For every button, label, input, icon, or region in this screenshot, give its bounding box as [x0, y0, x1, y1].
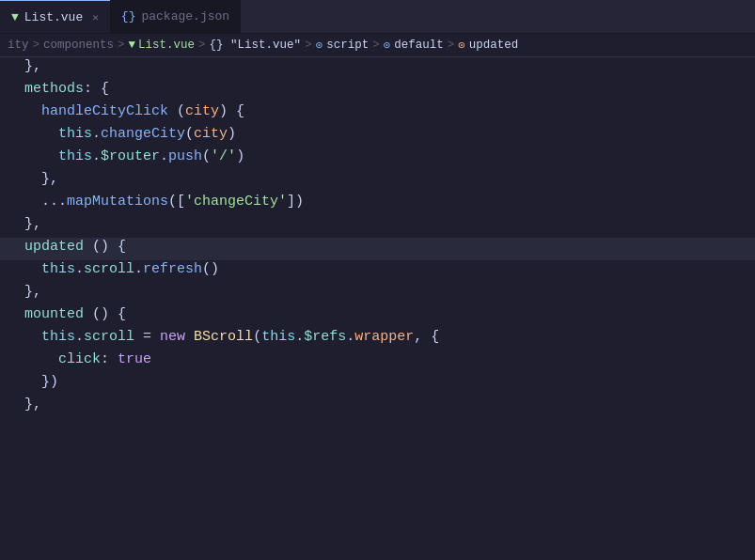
- code-line-1: },: [0, 57, 755, 80]
- tab-list-vue[interactable]: ▼ List.vue ✕: [0, 0, 110, 33]
- code-line-8: },: [0, 215, 755, 238]
- breadcrumb-list-vue: ▼ List.vue: [129, 39, 196, 52]
- breadcrumb-list-vue-string: {} "List.vue": [210, 39, 302, 52]
- breadcrumb: ity > components > ▼ List.vue > {} "List…: [0, 34, 755, 57]
- breadcrumb-updated-icon: ⊙: [458, 38, 465, 53]
- breadcrumb-default-icon: ⊙: [384, 38, 391, 53]
- breadcrumb-sep-2: >: [118, 39, 125, 52]
- breadcrumb-default: default: [394, 39, 444, 52]
- tab-package-json[interactable]: {} package.json: [110, 0, 241, 33]
- code-line-15: }): [0, 373, 755, 396]
- tab-bar: ▼ List.vue ✕ {} package.json: [0, 0, 755, 34]
- code-line-2: methods: {: [0, 80, 755, 102]
- code-line-6: },: [0, 170, 755, 193]
- tab-list-vue-label: List.vue: [24, 10, 83, 24]
- tab-close-button[interactable]: ✕: [92, 11, 99, 23]
- breadcrumb-sep-4: >: [305, 39, 312, 52]
- code-line-3: handleCityClick (city) {: [0, 102, 755, 125]
- tab-package-json-label: package.json: [141, 9, 229, 23]
- breadcrumb-city: ity: [8, 39, 29, 52]
- breadcrumb-components: components: [43, 39, 114, 52]
- breadcrumb-script: script: [326, 39, 369, 52]
- breadcrumb-script-icon: ⊙: [316, 38, 323, 53]
- vue-triangle-icon: ▼: [129, 39, 136, 52]
- breadcrumb-updated: updated: [469, 39, 519, 52]
- breadcrumb-sep-5: >: [372, 39, 380, 52]
- breadcrumb-sep-6: >: [448, 39, 455, 52]
- code-line-11: },: [0, 283, 755, 305]
- code-line-4: this.changeCity(city): [0, 125, 755, 148]
- code-line-16: },: [0, 396, 755, 418]
- breadcrumb-sep-3: >: [198, 39, 206, 52]
- code-line-13: this.scroll = new BScroll(this.$refs.wra…: [0, 328, 755, 350]
- code-line-updated: updated () {: [0, 238, 755, 260]
- breadcrumb-sep-1: >: [33, 39, 40, 52]
- code-line-5: this.$router.push('/'): [0, 148, 755, 170]
- code-editor[interactable]: }, methods: { handleCityClick (city) { t…: [0, 57, 755, 557]
- code-line-14: click: true: [0, 350, 755, 373]
- code-line-10: this.scroll.refresh(): [0, 260, 755, 283]
- code-line-7: ...mapMutations(['changeCity']): [0, 193, 755, 215]
- vue-icon: ▼: [11, 10, 19, 24]
- json-icon: {}: [121, 9, 136, 23]
- code-line-12: mounted () {: [0, 305, 755, 328]
